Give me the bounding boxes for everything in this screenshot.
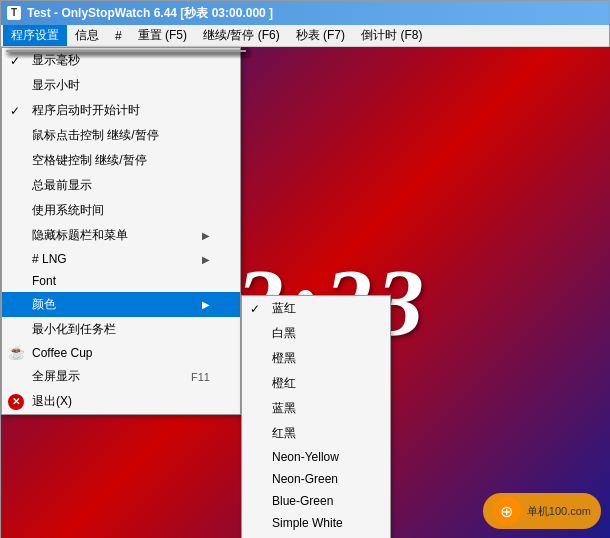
watermark: ⊕ 单机100.com (483, 493, 601, 529)
color-submenu: 蓝红 白黑 橙黑 橙红 蓝黑 红黑 Neon-Yellow Neon-Green (241, 295, 391, 538)
menu-show-hours[interactable]: 显示小时 (2, 73, 240, 98)
menu-spacebar-control[interactable]: 空格键控制 继续/暂停 (2, 148, 240, 173)
menu-item-stopwatch[interactable]: 秒表 (F7) (288, 25, 353, 46)
menu-use-system-time[interactable]: 使用系统时间 (2, 198, 240, 223)
color-option-blue-black[interactable]: 蓝黑 (242, 396, 390, 421)
separator-7 (6, 50, 246, 52)
fullscreen-shortcut: F11 (191, 371, 210, 383)
main-window: T Test - OnlyStopWatch 6.44 [秒表 03:00.00… (0, 0, 610, 538)
menu-item-program-settings[interactable]: 程序设置 (3, 25, 67, 46)
color-option-neon-yellow[interactable]: Neon-Yellow (242, 446, 390, 468)
menu-always-on-top[interactable]: 总最前显示 (2, 173, 240, 198)
color-option-blue-green[interactable]: Blue-Green (242, 490, 390, 512)
title-bar: T Test - OnlyStopWatch 6.44 [秒表 03:00.00… (1, 1, 609, 25)
color-option-simple-black[interactable]: Simple Black (242, 534, 390, 538)
menu-hide-titlebar[interactable]: 隐藏标题栏和菜单 ▶ (2, 223, 240, 248)
color-option-white-black[interactable]: 白黑 (242, 321, 390, 346)
color-option-red-black[interactable]: 红黑 (242, 421, 390, 446)
menu-color[interactable]: 颜色 ▶ (2, 292, 240, 317)
watermark-icon: ⊕ (493, 497, 521, 525)
menu-start-on-launch[interactable]: 程序启动时开始计时 (2, 98, 240, 123)
menu-item-resume[interactable]: 继续/暂停 (F6) (195, 25, 288, 46)
submenu-arrow-hide: ▶ (202, 230, 210, 241)
menu-item-hash[interactable]: # (107, 27, 130, 45)
menu-mouse-control[interactable]: 鼠标点击控制 继续/暂停 (2, 123, 240, 148)
menu-font[interactable]: Font (2, 270, 240, 292)
menu-minimize-taskbar[interactable]: 最小化到任务栏 (2, 317, 240, 342)
color-option-neon-green[interactable]: Neon-Green (242, 468, 390, 490)
primary-menu: 显示毫秒 显示小时 程序启动时开始计时 鼠标点击控制 继续/暂停 空格键控制 继… (1, 47, 241, 415)
submenu-arrow-color: ▶ (202, 299, 210, 310)
exit-icon: ✕ (8, 394, 24, 410)
menu-exit[interactable]: ✕ 退出(X) (2, 389, 240, 414)
title-bar-text: Test - OnlyStopWatch 6.44 [秒表 03:00.000 … (27, 5, 273, 22)
menu-fullscreen[interactable]: 全屏显示 F11 (2, 364, 240, 389)
color-option-simple-white[interactable]: Simple White (242, 512, 390, 534)
title-bar-icon: T (7, 6, 21, 20)
menu-item-countdown[interactable]: 倒计时 (F8) (353, 25, 430, 46)
color-option-orange-red[interactable]: 橙红 (242, 371, 390, 396)
menu-item-reset[interactable]: 重置 (F5) (130, 25, 195, 46)
submenu-arrow-lng: ▶ (202, 254, 210, 265)
coffee-cup-icon: ☕ (8, 344, 26, 362)
menu-bar: 程序设置 信息 # 重置 (F5) 继续/暂停 (F6) 秒表 (F7) 倒计时… (1, 25, 609, 47)
menu-lng[interactable]: # LNG ▶ (2, 248, 240, 270)
watermark-text: 单机100.com (527, 504, 591, 519)
color-option-orange-black[interactable]: 橙黑 (242, 346, 390, 371)
color-option-blue-red[interactable]: 蓝红 (242, 296, 390, 321)
menu-item-info[interactable]: 信息 (67, 25, 107, 46)
menu-coffee-cup[interactable]: ☕ Coffee Cup (2, 342, 240, 364)
